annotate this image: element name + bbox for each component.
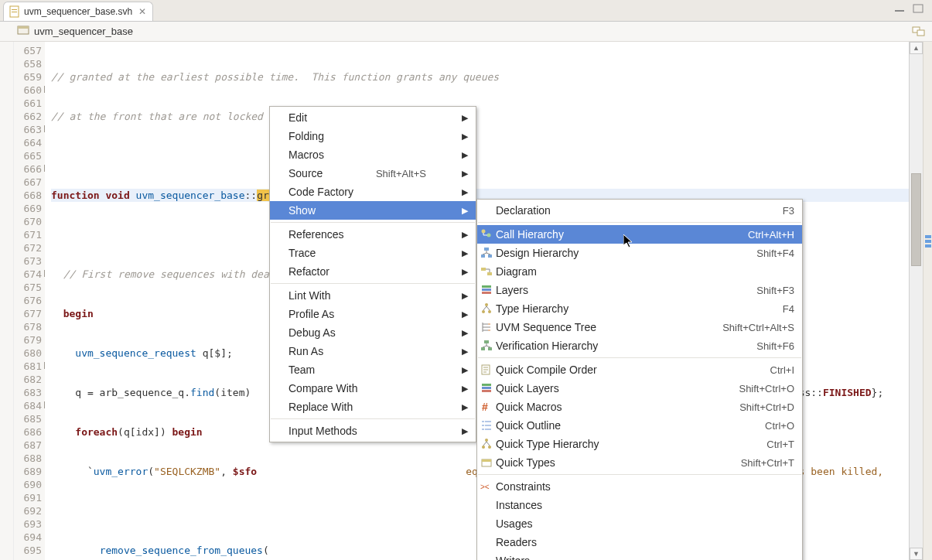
class-icon (17, 24, 29, 39)
menu-item-source[interactable]: SourceShift+Alt+S▶ (270, 164, 476, 183)
menu-item-show[interactable]: Show▶ (270, 201, 476, 220)
menu-item-team[interactable]: Team▶ (270, 360, 476, 379)
marker-ruler (0, 42, 14, 560)
svg-rect-23 (481, 347, 485, 350)
type-hierarchy-icon (480, 438, 493, 450)
menu-item-uvm-sequence-tree[interactable]: UVM Sequence TreeShift+Ctrl+Alt+S (477, 318, 802, 336)
svg-rect-13 (488, 254, 492, 258)
svg-text:#: # (482, 401, 488, 413)
menu-item-folding[interactable]: Folding▶ (270, 127, 476, 145)
constraints-icon: >< (480, 480, 493, 493)
breadcrumb-link-icon[interactable] (912, 24, 926, 40)
menu-item-code-factory[interactable]: Code Factory▶ (270, 183, 476, 201)
menu-separator (271, 283, 475, 284)
line-gutter: 657 658 659 660− 661 662 663− 664 665 66… (14, 42, 45, 560)
tab-bar: uvm_sequencer_base.svh ✕ (0, 0, 932, 22)
svg-rect-17 (482, 289, 491, 291)
overview-ruler[interactable] (923, 42, 932, 560)
scroll-up-icon[interactable]: ▲ (910, 42, 923, 54)
svg-point-20 (482, 310, 485, 313)
svg-point-21 (488, 310, 491, 313)
menu-item-writers[interactable]: Writers (477, 551, 802, 560)
menu-item-call-hierarchy[interactable]: Call HierarchyCtrl+Alt+H (477, 225, 802, 244)
svg-rect-2 (12, 12, 17, 12)
uvm-sequence-icon (480, 321, 493, 333)
quick-compile-icon (480, 364, 493, 376)
menu-item-design-hierarchy[interactable]: Design HierarchyShift+F4 (477, 244, 802, 262)
menu-separator (478, 222, 801, 223)
svg-rect-24 (488, 347, 492, 350)
svg-point-32 (488, 446, 491, 449)
svg-text:><: >< (480, 483, 490, 491)
minimize-view-icon[interactable] (893, 3, 907, 15)
svg-point-19 (485, 303, 488, 306)
layers-icon (480, 382, 493, 394)
svg-rect-4 (913, 5, 923, 12)
menu-item-usages[interactable]: Usages (477, 514, 802, 533)
menu-item-constraints[interactable]: >< Constraints (477, 477, 802, 496)
svg-rect-3 (895, 10, 904, 12)
menu-separator (478, 357, 801, 358)
svg-rect-15 (487, 272, 492, 275)
svg-rect-8 (917, 30, 924, 36)
menu-item-trace[interactable]: Trace▶ (270, 244, 476, 262)
types-icon (480, 456, 493, 469)
svg-rect-6 (18, 26, 29, 29)
menu-item-quick-outline[interactable]: Quick OutlineCtrl+O (477, 416, 802, 435)
menu-item-macros[interactable]: Macros▶ (270, 145, 476, 164)
menu-item-run-as[interactable]: Run As▶ (270, 342, 476, 360)
context-menu: Edit▶ Folding▶ Macros▶ SourceShift+Alt+S… (269, 106, 476, 442)
menu-item-edit[interactable]: Edit▶ (270, 108, 476, 127)
outline-icon (480, 419, 493, 432)
editor-tab[interactable]: uvm_sequencer_base.svh ✕ (3, 2, 153, 21)
menu-item-references[interactable]: References▶ (270, 225, 476, 244)
submenu-show: DeclarationF3 Call HierarchyCtrl+Alt+H D… (476, 199, 803, 560)
menu-item-lint-with[interactable]: Lint With▶ (270, 286, 476, 305)
svg-rect-22 (484, 340, 489, 343)
tab-close-icon[interactable]: ✕ (138, 6, 146, 17)
menu-item-quick-type-hierarchy[interactable]: Quick Type HierarchyCtrl+T (477, 435, 802, 453)
layers-icon (480, 284, 493, 296)
scroll-down-icon[interactable]: ▼ (910, 548, 923, 560)
menu-item-compare-with[interactable]: Compare With▶ (270, 379, 476, 398)
breadcrumb-title[interactable]: uvm_sequencer_base (34, 26, 133, 37)
menu-item-debug-as[interactable]: Debug As▶ (270, 323, 476, 342)
verification-hierarchy-icon (480, 340, 493, 352)
svg-rect-12 (481, 254, 485, 258)
menu-separator (478, 474, 801, 475)
svg-rect-34 (482, 459, 491, 462)
svg-point-30 (485, 439, 488, 442)
menu-item-instances[interactable]: Instances (477, 496, 802, 514)
svg-rect-28 (482, 390, 491, 392)
menu-item-refactor[interactable]: Refactor▶ (270, 262, 476, 281)
menu-item-declaration[interactable]: DeclarationF3 (477, 201, 802, 220)
menu-item-input-methods[interactable]: Input Methods▶ (270, 422, 476, 440)
svg-rect-11 (484, 248, 489, 251)
svg-rect-1 (12, 9, 17, 10)
menu-item-quick-compile-order[interactable]: Quick Compile OrderCtrl+I (477, 360, 802, 379)
menu-item-layers[interactable]: LayersShift+F3 (477, 281, 802, 299)
diagram-icon (480, 265, 493, 278)
menu-item-replace-with[interactable]: Replace With▶ (270, 398, 476, 416)
menu-item-quick-macros[interactable]: # Quick MacrosShift+Ctrl+D (477, 398, 802, 416)
call-hierarchy-icon (480, 228, 493, 241)
line-number: 657 (14, 44, 42, 57)
type-hierarchy-icon (480, 302, 493, 315)
menu-item-type-hierarchy[interactable]: Type HierarchyF4 (477, 299, 802, 318)
menu-item-profile-as[interactable]: Profile As▶ (270, 305, 476, 323)
menu-item-readers[interactable]: Readers (477, 533, 802, 551)
menu-item-quick-types[interactable]: Quick TypesShift+Ctrl+T (477, 453, 802, 472)
scroll-thumb[interactable] (911, 173, 921, 266)
breadcrumb-bar: uvm_sequencer_base (0, 22, 932, 42)
menu-separator (271, 418, 475, 419)
svg-rect-18 (482, 292, 491, 294)
menu-item-quick-layers[interactable]: Quick LayersShift+Ctrl+O (477, 379, 802, 398)
menu-separator (271, 222, 475, 223)
menu-item-verification-hierarchy[interactable]: Verification HierarchyShift+F6 (477, 336, 802, 355)
svg-rect-14 (481, 268, 486, 271)
maximize-view-icon[interactable] (912, 3, 926, 15)
design-hierarchy-icon (480, 247, 493, 259)
svg-rect-16 (482, 285, 491, 288)
vertical-scrollbar[interactable]: ▲ ▼ (909, 42, 923, 560)
menu-item-diagram[interactable]: Diagram (477, 262, 802, 281)
